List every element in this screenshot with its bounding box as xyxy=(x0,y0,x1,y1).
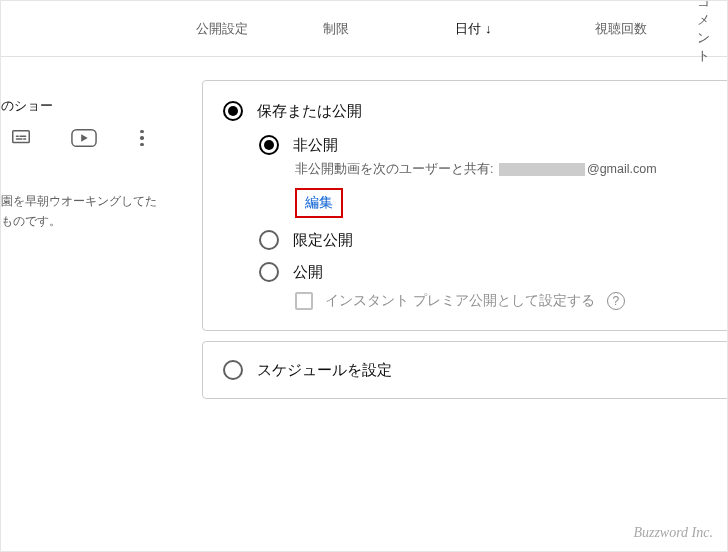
video-description-fragment: 園を早朝ウオーキングしてたものです。 xyxy=(1,191,171,232)
option-public[interactable]: 公開 xyxy=(259,262,728,282)
column-header-row: 公開設定 制限 日付 ↓ 視聴回数 コメント xyxy=(1,1,727,57)
radio-public[interactable] xyxy=(259,262,279,282)
schedule-card[interactable]: スケジュールを設定 xyxy=(202,341,728,399)
help-icon[interactable]: ? xyxy=(607,292,625,310)
option-schedule[interactable]: スケジュールを設定 xyxy=(223,360,728,380)
visibility-dialog: 保存または公開 非公開 非公開動画を次のユーザーと共有: @gmail.com … xyxy=(185,69,728,452)
share-suffix: @gmail.com xyxy=(587,162,657,176)
edit-share-link[interactable]: 編集 xyxy=(295,188,343,218)
option-label: 非公開 xyxy=(293,136,338,155)
radio-save-or-publish[interactable] xyxy=(223,101,243,121)
sort-arrow-down-icon: ↓ xyxy=(485,21,492,36)
watermark: Buzzword Inc. xyxy=(633,525,713,541)
subtitles-icon[interactable] xyxy=(9,127,43,149)
tab-visibility[interactable]: 公開設定 xyxy=(188,20,256,38)
share-label: 非公開動画を次のユーザーと共有: xyxy=(295,162,493,176)
video-title-fragment: のショー xyxy=(1,97,151,115)
option-label: 限定公開 xyxy=(293,231,353,250)
radio-unlisted[interactable] xyxy=(259,230,279,250)
option-private[interactable]: 非公開 xyxy=(259,135,728,155)
private-share-line: 非公開動画を次のユーザーと共有: @gmail.com xyxy=(295,161,728,178)
instant-premiere-checkbox[interactable] xyxy=(295,292,313,310)
radio-schedule[interactable] xyxy=(223,360,243,380)
instant-premiere-label: インスタント プレミア公開として設定する xyxy=(325,292,595,310)
youtube-play-icon[interactable] xyxy=(71,127,105,149)
video-row-fragment: のショー xyxy=(1,97,151,149)
tab-comments[interactable]: コメント xyxy=(689,0,727,65)
dialog-footer: キャンセル 保存 xyxy=(186,409,728,451)
option-unlisted[interactable]: 限定公開 xyxy=(259,230,728,250)
instant-premiere-row: インスタント プレミア公開として設定する ? xyxy=(295,292,728,310)
more-options-icon[interactable] xyxy=(133,127,151,149)
radio-private[interactable] xyxy=(259,135,279,155)
tab-date[interactable]: 日付 ↓ xyxy=(447,20,500,38)
tab-restrictions[interactable]: 制限 xyxy=(315,20,357,38)
masked-email-prefix xyxy=(499,163,585,176)
option-label: スケジュールを設定 xyxy=(257,361,392,380)
option-label: 公開 xyxy=(293,263,323,282)
option-save-or-publish[interactable]: 保存または公開 xyxy=(223,101,728,121)
option-label: 保存または公開 xyxy=(257,102,362,121)
tab-views[interactable]: 視聴回数 xyxy=(587,20,655,38)
save-or-publish-card: 保存または公開 非公開 非公開動画を次のユーザーと共有: @gmail.com … xyxy=(202,80,728,331)
tab-date-label: 日付 xyxy=(455,20,481,38)
